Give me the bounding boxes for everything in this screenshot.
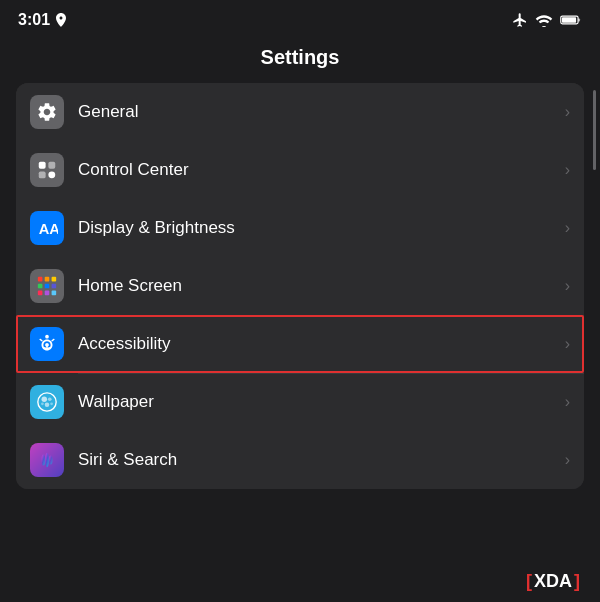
siri-chevron: › — [565, 451, 570, 469]
xda-bracket-open: [ — [526, 572, 532, 590]
svg-rect-8 — [38, 277, 43, 282]
svg-point-26 — [49, 455, 53, 464]
svg-point-19 — [42, 397, 48, 403]
svg-rect-1 — [578, 18, 580, 21]
wallpaper-icon-bg — [30, 385, 64, 419]
control-center-label: Control Center — [78, 160, 565, 180]
svg-rect-11 — [38, 284, 43, 289]
display-icon-bg: AA — [30, 211, 64, 245]
display-chevron: › — [565, 219, 570, 237]
settings-item-accessibility[interactable]: Accessibility › — [16, 315, 584, 373]
accessibility-label: Accessibility — [78, 334, 565, 354]
wallpaper-chevron: › — [565, 393, 570, 411]
svg-point-20 — [48, 397, 52, 401]
location-icon — [55, 13, 67, 27]
general-icon-bg — [30, 95, 64, 129]
svg-rect-15 — [45, 291, 50, 296]
scrollbar-thumb — [593, 90, 596, 170]
svg-point-24 — [42, 455, 46, 466]
settings-item-siri[interactable]: Siri & Search › — [16, 431, 584, 489]
svg-rect-12 — [45, 284, 50, 289]
siri-label: Siri & Search — [78, 450, 565, 470]
accessibility-chevron: › — [565, 335, 570, 353]
siri-icon-bg — [30, 443, 64, 477]
control-center-icon — [36, 159, 58, 181]
homescreen-label: Home Screen — [78, 276, 565, 296]
status-icons — [512, 12, 582, 28]
svg-point-17 — [45, 335, 49, 339]
settings-item-display[interactable]: AA Display & Brightness › — [16, 199, 584, 257]
settings-item-general[interactable]: General › — [16, 83, 584, 141]
battery-icon — [560, 14, 582, 26]
svg-text:AA: AA — [39, 221, 58, 237]
svg-rect-2 — [562, 17, 576, 23]
display-label: Display & Brightness — [78, 218, 565, 238]
general-label: General — [78, 102, 565, 122]
scrollbar-track — [593, 80, 596, 602]
wifi-icon — [535, 13, 553, 27]
settings-list: General › Control Center › AA Display & … — [16, 83, 584, 489]
wallpaper-icon — [36, 391, 58, 413]
svg-point-6 — [48, 171, 55, 178]
svg-rect-9 — [45, 277, 50, 282]
wallpaper-label: Wallpaper — [78, 392, 565, 412]
homescreen-icon-bg — [30, 269, 64, 303]
settings-item-wallpaper[interactable]: Wallpaper › — [16, 373, 584, 431]
accessibility-icon — [36, 333, 58, 355]
general-chevron: › — [565, 103, 570, 121]
svg-rect-4 — [48, 162, 55, 169]
control-center-chevron: › — [565, 161, 570, 179]
svg-point-25 — [45, 453, 49, 468]
settings-item-homescreen[interactable]: Home Screen › — [16, 257, 584, 315]
status-bar: 3:01 — [0, 0, 600, 36]
airplane-icon — [512, 12, 528, 28]
scrollbar[interactable] — [592, 80, 596, 602]
svg-point-22 — [41, 402, 44, 405]
settings-item-control-center[interactable]: Control Center › — [16, 141, 584, 199]
siri-icon — [36, 449, 58, 471]
svg-point-18 — [38, 393, 56, 411]
svg-rect-10 — [52, 277, 57, 282]
svg-rect-14 — [38, 291, 43, 296]
xda-logo-text: XDA — [534, 572, 572, 590]
homescreen-icon — [36, 275, 58, 297]
page-header: Settings — [0, 36, 600, 83]
accessibility-icon-bg — [30, 327, 64, 361]
time-display: 3:01 — [18, 11, 50, 29]
xda-watermark: [ XDA ] — [526, 572, 580, 590]
svg-rect-13 — [52, 284, 57, 289]
svg-rect-16 — [52, 291, 57, 296]
svg-point-21 — [45, 402, 50, 407]
homescreen-chevron: › — [565, 277, 570, 295]
svg-rect-3 — [39, 162, 46, 169]
svg-point-23 — [50, 402, 53, 405]
gear-icon — [36, 101, 58, 123]
xda-bracket-close: ] — [574, 572, 580, 590]
page-title: Settings — [0, 46, 600, 69]
svg-rect-5 — [39, 171, 46, 178]
display-icon: AA — [36, 217, 58, 239]
status-time: 3:01 — [18, 11, 67, 29]
control-center-icon-bg — [30, 153, 64, 187]
